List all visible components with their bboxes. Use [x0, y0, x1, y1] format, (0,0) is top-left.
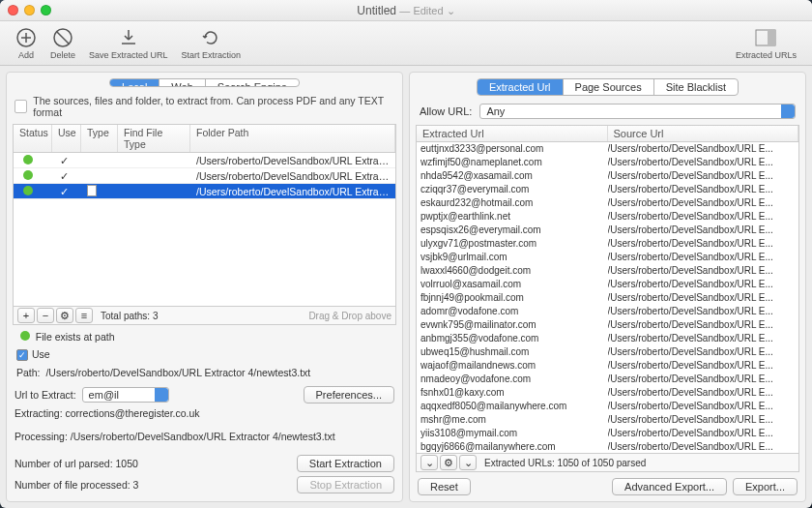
allow-url-select[interactable]: Any▴▾: [479, 104, 796, 119]
table-row[interactable]: eskaurd232@hotmail.com/Users/roberto/Dev…: [417, 196, 798, 210]
files-processed-label: Number of file processed: 3: [14, 479, 138, 491]
gear-icon[interactable]: ⚙: [440, 455, 457, 470]
reset-button[interactable]: Reset: [418, 478, 471, 495]
table-row[interactable]: ✓ /Users/roberto/DevelSandbox/URL Extrac…: [14, 184, 395, 199]
table-row[interactable]: ubweq15@hushmail.com/Users/roberto/Devel…: [417, 345, 798, 359]
window-title: Untitled — Edited ⌄: [0, 4, 812, 17]
table-row[interactable]: ulyxgv71@postmaster.com/Users/roberto/De…: [417, 237, 798, 251]
tab-site-blacklist[interactable]: Site Blacklist: [654, 79, 738, 95]
right-tabs: Extracted Url Page Sources Site Blacklis…: [477, 78, 739, 96]
col-type[interactable]: Type: [81, 125, 118, 152]
svg-line-4: [57, 32, 69, 44]
col-find-file-type[interactable]: Find File Type: [118, 125, 190, 152]
extracting-status: Extracting: corrections@theregister.co.u…: [7, 405, 402, 421]
chevron-down-icon[interactable]: ⌄: [459, 455, 477, 470]
table-row[interactable]: yiis3108@mymail.com/Users/roberto/DevelS…: [417, 427, 798, 440]
table-row[interactable]: ✓ /Users/roberto/DevelSandbox/URL Extrac…: [14, 168, 395, 184]
start-extraction-button[interactable]: Start Extraction: [176, 25, 247, 62]
gear-icon[interactable]: ⚙: [56, 308, 73, 323]
url-to-extract-label: Url to Extract:: [14, 389, 76, 401]
file-exists-row: File exists at path: [16, 331, 392, 343]
toolbar: Add Delete Save Extracted URL Start Extr…: [0, 21, 812, 66]
sources-pane: Local Web Search Engine The sources, fil…: [6, 72, 403, 502]
tab-web[interactable]: Web: [160, 79, 205, 86]
drag-drop-hint: Drag & Drop above: [308, 311, 392, 321]
download-icon: [118, 27, 139, 48]
plus-circle-icon: [15, 27, 37, 48]
left-tabs: Local Web Search Engine: [109, 78, 300, 87]
selected-path: Path: /Users/roberto/DevelSandbox/URL Ex…: [16, 367, 392, 378]
remove-path-button[interactable]: −: [37, 308, 54, 323]
save-button[interactable]: Save Extracted URL: [83, 25, 174, 62]
no-entry-icon: [52, 27, 73, 48]
total-paths-label: Total paths: 3: [101, 311, 158, 321]
results-pane: Extracted Url Page Sources Site Blacklis…: [409, 72, 806, 502]
table-row[interactable]: pwptjx@earthlink.net/Users/roberto/Devel…: [417, 210, 798, 224]
checkbox-icon[interactable]: ✓: [16, 349, 28, 361]
extracted-urls-toggle[interactable]: Extracted URLs: [730, 25, 802, 62]
preferences-button[interactable]: Preferences...: [304, 386, 394, 403]
status-dot-icon: [20, 331, 30, 341]
export-button[interactable]: Export...: [733, 478, 798, 495]
table-row[interactable]: lwaxxl4660@dodgeit.com/Users/roberto/Dev…: [417, 264, 798, 278]
allow-url-label: Allow URL:: [420, 105, 472, 117]
tab-search-engine[interactable]: Search Engine: [206, 79, 299, 86]
sidebar-icon: [755, 27, 776, 48]
col-source-url[interactable]: Source Url: [608, 126, 799, 141]
titlebar: Untitled — Edited ⌄: [0, 0, 812, 21]
tab-page-sources[interactable]: Page Sources: [564, 79, 654, 95]
add-button[interactable]: Add: [10, 25, 43, 62]
sources-footer-bar: + − ⚙ ≡ Total paths: 3 Drag & Drop above: [13, 307, 396, 325]
table-row[interactable]: nmadeoy@vodafone.com/Users/roberto/Devel…: [417, 373, 798, 386]
table-row[interactable]: bgqyj6866@mailanywhere.com/Users/roberto…: [417, 440, 798, 453]
results-table: Extracted Url Source Url euttjnxd3233@pe…: [416, 125, 799, 454]
results-status-bar: ⌄ ⚙ ⌄ Extracted URLs: 1050 of 1050 parse…: [416, 454, 799, 472]
sources-description: The sources, files and folder, to extrac…: [7, 91, 402, 122]
table-row[interactable]: wzfimjf50@nameplanet.com/Users/roberto/D…: [417, 156, 798, 169]
table-row[interactable]: anbmgj355@vodafone.com/Users/roberto/Dev…: [417, 332, 798, 345]
table-row[interactable]: espsqisx26@everymail.com/Users/roberto/D…: [417, 224, 798, 237]
table-row[interactable]: nhda9542@xasamail.com/Users/roberto/Deve…: [417, 169, 798, 183]
col-folder-path[interactable]: Folder Path: [190, 125, 395, 152]
col-use[interactable]: Use: [52, 125, 81, 152]
url-to-extract-select[interactable]: em@il▴▾: [82, 387, 169, 403]
advanced-export-button[interactable]: Advanced Export...: [612, 478, 727, 495]
table-row[interactable]: fbjnnj49@pookmail.com/Users/roberto/Deve…: [417, 291, 798, 305]
delete-button[interactable]: Delete: [44, 25, 81, 62]
col-extracted-url[interactable]: Extracted Url: [417, 126, 608, 141]
table-row[interactable]: aqqxedf8050@mailanywhere.com/Users/rober…: [417, 400, 798, 413]
col-status[interactable]: Status: [14, 125, 52, 152]
app-window: Untitled — Edited ⌄ Add Delete Save Extr…: [0, 0, 812, 508]
table-row[interactable]: mshr@me.com/Users/roberto/DevelSandbox/U…: [417, 413, 798, 427]
start-extraction-button-2[interactable]: Start Extraction: [297, 455, 394, 472]
table-row[interactable]: cziqqr37@everymail.com/Users/roberto/Dev…: [417, 183, 798, 196]
list-icon[interactable]: ≡: [75, 308, 93, 323]
sources-table: Status Use Type Find File Type Folder Pa…: [13, 124, 396, 307]
urls-parsed-label: Number of url parsed: 1050: [14, 458, 138, 469]
document-icon: [14, 100, 27, 113]
table-row[interactable]: evwnk795@mailinator.com/Users/roberto/De…: [417, 318, 798, 332]
add-path-button[interactable]: +: [17, 308, 35, 323]
use-checkbox-row[interactable]: ✓Use: [16, 348, 392, 361]
processing-status: Processing: /Users/roberto/DevelSandbox/…: [7, 429, 402, 444]
table-row[interactable]: volrruol@xasamail.com/Users/roberto/Deve…: [417, 278, 798, 291]
table-row[interactable]: vsjbk9@urlmail.com/Users/roberto/DevelSa…: [417, 251, 798, 264]
table-row[interactable]: fsnhx01@kaxy.com/Users/roberto/DevelSand…: [417, 386, 798, 400]
refresh-icon: [200, 27, 221, 48]
chevron-down-icon[interactable]: ⌄: [420, 455, 438, 470]
table-row[interactable]: wajaof@mailandnews.com/Users/roberto/Dev…: [417, 359, 798, 373]
table-row[interactable]: euttjnxd3233@personal.com/Users/roberto/…: [417, 142, 798, 156]
tab-extracted-url[interactable]: Extracted Url: [478, 79, 564, 95]
table-row[interactable]: adomr@vodafone.com/Users/roberto/DevelSa…: [417, 305, 798, 318]
svg-rect-6: [768, 30, 775, 45]
tab-local[interactable]: Local: [110, 79, 160, 86]
stop-extraction-button: Stop Extraction: [297, 476, 394, 493]
table-row[interactable]: ✓ /Users/roberto/DevelSandbox/URL Extrac…: [14, 153, 395, 168]
